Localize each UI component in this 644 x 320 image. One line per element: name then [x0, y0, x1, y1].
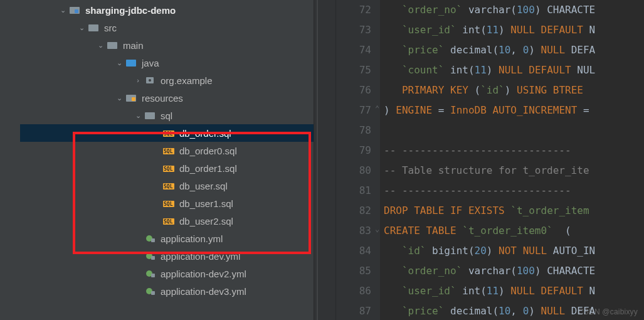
chevron-down-icon: ⌄ [133, 112, 143, 120]
tree-file-db-order[interactable]: SQL db_order.sql [20, 124, 314, 142]
svg-text:SQL: SQL [164, 131, 173, 137]
svg-text:SQL: SQL [164, 184, 173, 189]
tree-label: db_user2.sql [179, 216, 233, 227]
svg-rect-9 [145, 112, 155, 119]
code-line: `order_no` varchar(100) CHARACTE [380, 261, 644, 281]
gutter-line-number: 80 [336, 161, 371, 181]
sql-file-icon: SQL [163, 181, 176, 190]
tree-label: db_order0.sql [179, 146, 237, 156]
code-line: DROP TABLE IF EXISTS `t_order_item [380, 201, 644, 221]
svg-point-6 [149, 79, 151, 82]
chevron-down-icon: ⌄ [77, 24, 87, 32]
chevron-right-icon: › [133, 77, 143, 84]
tree-package-org-example[interactable]: › org.example [20, 72, 314, 89]
tree-label: java [142, 58, 159, 68]
chevron-down-icon: ⌄ [95, 41, 105, 50]
fold-up-icon[interactable]: ⌃ [375, 104, 379, 113]
tree-file-db-user[interactable]: SQL db_user.sql [20, 177, 314, 195]
yml-spring-icon [144, 252, 157, 260]
code-line: -- ---------------------------- [380, 181, 644, 201]
gutter-line-number: 81 [336, 181, 371, 201]
gutter-line-number: 79 [336, 141, 371, 161]
tree-folder-resources[interactable]: ⌄ resources [20, 89, 314, 107]
tree-file-application-dev-yml[interactable]: application-dev.yml [20, 247, 314, 265]
code-line: -- ---------------------------- [380, 141, 644, 161]
code-line: ) ENGINE = InnoDB AUTO_INCREMENT = [380, 100, 644, 120]
svg-rect-8 [132, 97, 135, 101]
tree-file-db-order0[interactable]: SQL db_order0.sql [20, 142, 314, 159]
project-tree-panel: ⌄ sharging-jdbc-demo ⌄ src ⌄ main ⌄ java… [0, 0, 314, 320]
tree-file-db-user1[interactable]: SQL db_user1.sql [20, 195, 314, 212]
watermark-text: CSDN @caibixyy [578, 307, 638, 316]
sql-file-icon: SQL [163, 199, 176, 208]
gutter-line-number: 84 [336, 241, 371, 261]
editor-panel: 72737475767778798081828384858687 `order_… [336, 0, 644, 320]
tree-file-application-dev2-yml[interactable]: application-dev2.yml [20, 265, 314, 282]
gutter-line-number: 83 [336, 221, 371, 241]
gutter-line-number: 85 [336, 261, 371, 281]
tree-label: src [104, 23, 117, 33]
folder-icon [144, 111, 157, 120]
code-line: `price` decimal(10, 0) NULL DEFA [380, 40, 644, 60]
source-folder-icon [125, 58, 138, 67]
tree-file-application-yml[interactable]: application.yml [20, 230, 314, 247]
sql-file-icon: SQL [163, 216, 176, 225]
tree-label: org.example [161, 75, 213, 86]
tree-module-root[interactable]: ⌄ sharging-jdbc-demo [20, 1, 314, 19]
tree-label: db_user1.sql [179, 198, 233, 209]
tree-label: resources [142, 93, 183, 104]
editor-code-area[interactable]: `order_no` varchar(100) CHARACTE `user_i… [380, 0, 644, 320]
tree-folder-src[interactable]: ⌄ src [20, 19, 314, 36]
tree-label: application-dev2.yml [161, 269, 246, 279]
module-folder-icon [69, 6, 82, 14]
splitter-handle[interactable] [314, 0, 336, 320]
folder-icon [107, 41, 119, 50]
code-line: -- Table structure for t_order_ite [380, 161, 644, 181]
svg-rect-29 [151, 291, 155, 295]
project-tree[interactable]: ⌄ sharging-jdbc-demo ⌄ src ⌄ main ⌄ java… [20, 0, 314, 300]
resources-folder-icon [125, 93, 138, 102]
sql-file-icon: SQL [163, 164, 176, 173]
tree-file-application-dev3-yml[interactable]: application-dev3.yml [20, 282, 314, 300]
code-line: `id` bigint(20) NOT NULL AUTO_IN [380, 241, 644, 261]
code-line [380, 120, 644, 141]
yml-spring-icon [144, 234, 157, 243]
svg-rect-4 [126, 60, 136, 67]
gutter-line-number: 86 [336, 281, 371, 301]
yml-spring-icon [144, 269, 157, 278]
tree-folder-sql[interactable]: ⌄ sql [20, 107, 314, 124]
gutter-line-number: 72 [336, 0, 371, 20]
gutter-line-number: 74 [336, 40, 371, 60]
code-line: `order_no` varchar(100) CHARACTE [380, 0, 644, 20]
gutter-line-number: 76 [336, 80, 371, 100]
svg-rect-2 [88, 24, 98, 31]
tree-label: sql [161, 110, 172, 121]
code-line: CREATE TABLE `t_order_item0` ( [380, 221, 644, 241]
tree-folder-main[interactable]: ⌄ main [20, 36, 314, 54]
tree-folder-java[interactable]: ⌄ java [20, 54, 314, 72]
gutter-line-number: 77 [336, 100, 371, 120]
svg-text:SQL: SQL [164, 166, 173, 172]
gutter-line-number: 73 [336, 20, 371, 40]
sql-file-icon: SQL [163, 146, 176, 155]
tree-file-db-order1[interactable]: SQL db_order1.sql [20, 159, 314, 177]
tree-label: main [123, 40, 144, 51]
tree-file-db-user2[interactable]: SQL db_user2.sql [20, 212, 314, 230]
svg-rect-27 [151, 274, 155, 277]
code-line: `count` int(11) NULL DEFAULT NUL [380, 60, 644, 80]
svg-rect-25 [151, 256, 155, 260]
editor-gutter[interactable]: 72737475767778798081828384858687 [336, 0, 380, 320]
tree-label: db_user.sql [179, 181, 228, 191]
svg-rect-1 [75, 9, 78, 13]
tree-label: application-dev.yml [161, 251, 240, 262]
code-line: `user_id` int(11) NULL DEFAULT N [380, 20, 644, 40]
yml-spring-icon [144, 287, 157, 296]
svg-text:SQL: SQL [164, 219, 173, 225]
tree-label: db_order.sql [179, 128, 231, 139]
chevron-down-icon: ⌄ [58, 6, 68, 14]
code-line: `user_id` int(11) NULL DEFAULT N [380, 281, 644, 301]
chevron-down-icon: ⌄ [114, 59, 124, 67]
fold-down-icon[interactable]: ⌄ [375, 225, 379, 233]
svg-rect-3 [107, 42, 117, 49]
svg-rect-23 [151, 238, 155, 242]
